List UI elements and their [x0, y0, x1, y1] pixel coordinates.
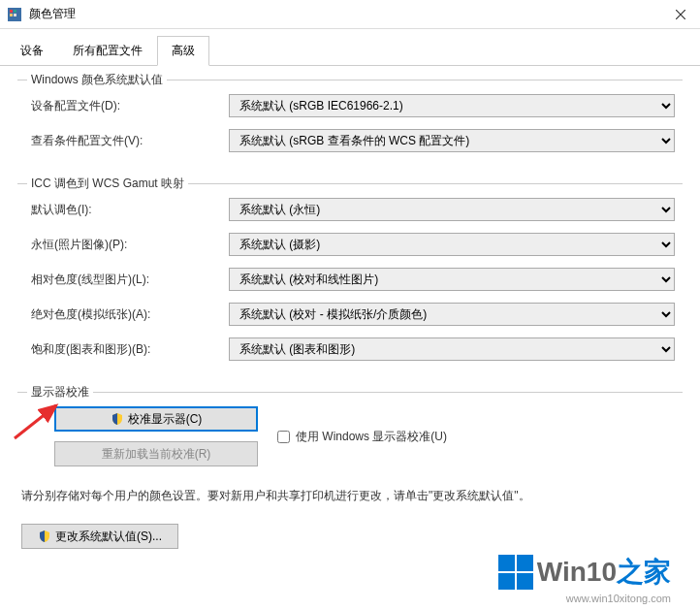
- watermark-url: www.win10xitong.com: [566, 593, 671, 604]
- calibrate-display-button[interactable]: 校准显示器(C): [54, 406, 258, 432]
- checkbox-input[interactable]: [277, 431, 290, 443]
- tab-advanced[interactable]: 高级: [157, 36, 209, 66]
- group-windows-color-defaults: Windows 颜色系统默认值 设备配置文件(D): 系统默认 (sRGB IE…: [17, 80, 683, 170]
- select-viewing-conditions[interactable]: 系统默认 (sRGB 查看条件的 WCS 配置文件): [229, 129, 675, 152]
- window-close-button[interactable]: [661, 0, 700, 29]
- group-legend: 显示器校准: [27, 384, 93, 401]
- change-system-defaults-button[interactable]: 更改系统默认值(S)...: [21, 524, 178, 549]
- checkbox-label-text: 使用 Windows 显示器校准(U): [296, 429, 447, 445]
- window-title: 颜色管理: [29, 6, 76, 22]
- select-default-rendering[interactable]: 系统默认 (永恒): [229, 198, 675, 221]
- label-default-rendering: 默认调色(I):: [25, 202, 229, 218]
- windows-logo-icon: [498, 555, 533, 590]
- button-label: 重新加载当前校准(R): [102, 446, 211, 463]
- tab-devices[interactable]: 设备: [6, 36, 58, 66]
- label-relative: 相对色度(线型图片)(L):: [25, 272, 229, 288]
- select-absolute[interactable]: 系统默认 (校对 - 模拟纸张/介质颜色): [229, 303, 675, 326]
- app-icon: [0, 8, 29, 21]
- select-perceptual[interactable]: 系统默认 (摄影): [229, 233, 675, 256]
- svg-rect-2: [14, 10, 16, 13]
- watermark: Win10 之家 www.win10xitong.com: [498, 554, 671, 591]
- select-saturation[interactable]: 系统默认 (图表和图形): [229, 337, 675, 361]
- tab-strip: 设备 所有配置文件 高级: [0, 29, 700, 66]
- watermark-text-1: Win10: [537, 557, 617, 588]
- group-legend: Windows 颜色系统默认值: [27, 72, 167, 88]
- label-device-profile: 设备配置文件(D):: [25, 98, 229, 114]
- group-gamut-mapping: ICC 调色到 WCS Gamut 映射 默认调色(I): 系统默认 (永恒) …: [17, 183, 683, 378]
- svg-rect-3: [10, 14, 13, 16]
- window-titlebar: 颜色管理: [0, 0, 700, 29]
- button-label: 校准显示器(C): [128, 411, 203, 428]
- watermark-text-2: 之家: [617, 554, 671, 591]
- button-label: 更改系统默认值(S)...: [55, 529, 162, 545]
- svg-rect-1: [10, 10, 13, 13]
- select-device-profile[interactable]: 系统默认 (sRGB IEC61966-2.1): [229, 94, 675, 117]
- use-windows-calibration-checkbox[interactable]: 使用 Windows 显示器校准(U): [277, 429, 447, 445]
- group-legend: ICC 调色到 WCS Gamut 映射: [27, 176, 188, 192]
- hint-text: 请分别存储对每个用户的颜色设置。要对新用户和共享打印机进行更改，请单击"更改系统…: [21, 488, 679, 504]
- shield-icon: [38, 530, 51, 543]
- label-absolute: 绝对色度(模拟纸张)(A):: [25, 306, 229, 323]
- select-relative[interactable]: 系统默认 (校对和线性图片): [229, 268, 675, 291]
- reload-calibration-button[interactable]: 重新加载当前校准(R): [54, 441, 258, 466]
- svg-rect-4: [14, 14, 16, 16]
- tab-all-profiles[interactable]: 所有配置文件: [58, 36, 157, 66]
- group-display-calibration: 显示器校准 校准显示器(C) 重新加载当前校准(R) 使用 Windows 显示…: [17, 392, 683, 472]
- label-saturation: 饱和度(图表和图形)(B):: [25, 341, 229, 358]
- label-perceptual: 永恒(照片图像)(P):: [25, 237, 229, 253]
- label-viewing-conditions: 查看条件配置文件(V):: [25, 133, 229, 149]
- shield-icon: [111, 412, 124, 426]
- panel-body: Windows 颜色系统默认值 设备配置文件(D): 系统默认 (sRGB IE…: [0, 66, 700, 559]
